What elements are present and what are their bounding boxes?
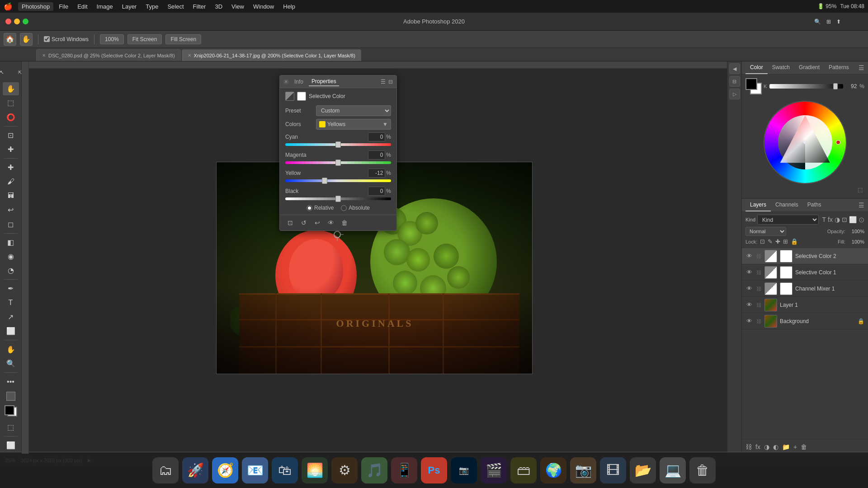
tab-layers[interactable]: Layers [745,199,771,211]
blur-tool[interactable]: ◉ [3,250,19,263]
layer-visibility-icon-4[interactable]: 👁 [745,301,753,308]
dock-trash[interactable]: 🗑 [689,457,716,483]
filter-fx-icon[interactable]: fx [828,216,833,223]
lock-image-icon[interactable]: ✎ [768,238,773,245]
layers-panel-menu[interactable]: ☰ [859,199,864,211]
panel-close-button[interactable]: ✕ [283,79,289,84]
hand-tool[interactable]: ✋ [3,343,19,356]
tab-patterns[interactable]: Patterns [824,61,854,74]
brush-tool[interactable]: 🖌 [3,175,19,188]
info-tab[interactable]: Info [292,78,306,86]
more-tools[interactable]: ••• [3,375,19,388]
foreground-background-swatch[interactable] [745,78,762,94]
lock-transparent-icon[interactable]: ⊡ [760,238,765,245]
delete-layer-footer-icon[interactable]: 🗑 [801,443,807,450]
marquee-tool[interactable]: ⬚ [3,96,19,109]
magenta-value-input[interactable] [368,150,385,160]
cyan-slider-track[interactable] [285,143,391,146]
menu-layer[interactable]: Layer [118,2,141,11]
layer-item-channel-mixer[interactable]: 👁 ⛓ Channel Mixer 1 [742,281,868,297]
filter-toggle-icon[interactable]: ⊙ [859,216,864,224]
tab-gradient[interactable]: Gradient [794,61,824,74]
cyan-slider-thumb[interactable] [335,141,341,148]
screen-mode[interactable]: ⬜ [3,439,19,452]
home-icon[interactable]: 🏠 [4,33,16,46]
previous-state-icon[interactable]: ↺ [299,218,309,228]
foreground-swatch[interactable] [745,78,757,90]
reset-icon[interactable]: ↩ [312,218,322,228]
layer-item-selective-color-2[interactable]: 👁 ⛓ Selective Color 2 [742,248,868,264]
k-slider-track[interactable] [769,84,843,89]
dock-imovie[interactable]: 🎞 [600,457,626,483]
tab-close-1[interactable]: ✕ [42,53,46,58]
yellow-slider-track[interactable] [285,179,391,182]
expand-color-panel-icon[interactable]: ⬚ [858,187,863,193]
collapse-right-icon[interactable]: ▷ [729,89,740,99]
type-tool[interactable]: T [3,296,19,310]
panel-menu-button[interactable]: ☰ [381,79,386,85]
stamp-tool[interactable]: 🖬 [3,189,19,202]
yellow-slider-thumb[interactable] [322,178,327,184]
preset-select[interactable]: Custom [316,105,391,116]
crop-tool[interactable]: ⊡ [3,129,19,142]
path-tool[interactable]: ↗ [3,310,19,324]
healing-tool[interactable]: ✚ [3,161,19,174]
filter-adjust-icon[interactable]: ◑ [835,216,840,223]
menu-view[interactable]: View [228,2,248,11]
black-slider-track[interactable] [285,197,391,200]
lock-artboard-icon[interactable]: ⊞ [783,238,788,245]
lock-all-icon[interactable]: 🔒 [791,238,798,245]
relative-radio-label[interactable]: Relative [307,205,334,211]
color-panel-menu[interactable]: ☰ [859,64,864,71]
history-brush[interactable]: ↩ [3,203,19,216]
dock-nikon[interactable]: 📷 [570,457,596,483]
dock-photos[interactable]: 🌅 [302,457,328,483]
scroll-all-windows-checkbox[interactable]: Scroll Windows [44,36,89,42]
tab-channels[interactable]: Channels [771,199,803,211]
tab-paths[interactable]: Paths [803,199,826,211]
dock-finder-3[interactable]: 💻 [660,457,686,483]
eraser-tool[interactable]: ◻ [3,217,19,230]
add-style-icon[interactable]: fx [755,443,760,450]
share-icon[interactable]: ⬆ [836,19,841,25]
move-tool-icon[interactable]: ✋ [20,33,33,46]
arrows-icon[interactable] [6,392,15,401]
k-slider-thumb[interactable] [833,83,838,89]
fill-screen-button[interactable]: Fill Screen [165,34,201,44]
tab-close-2[interactable]: ✕ [188,53,191,58]
arrow-icon[interactable]: ↖ [0,65,10,80]
lock-move-icon[interactable]: ✚ [775,238,780,245]
arrange-icon[interactable]: ⊞ [826,19,831,25]
color-wheel[interactable] [764,102,846,183]
fit-screen-button[interactable]: Fit Screen [127,34,162,44]
maximize-button[interactable] [23,19,28,24]
layer-item-layer-1[interactable]: 👁 ⛓ Layer 1 [742,297,868,313]
menu-window[interactable]: Window [250,2,278,11]
menu-filter[interactable]: Filter [189,2,210,11]
layer-item-selective-color-1[interactable]: 👁 ⛓ Selective Color 1 [742,264,868,281]
dock-fcpx[interactable]: 🎬 [481,457,507,483]
magenta-slider-track[interactable] [285,161,391,164]
dock-mail[interactable]: 📧 [242,457,268,483]
menu-edit[interactable]: Edit [74,2,91,11]
panel-options-icon[interactable]: ⊟ [729,76,740,87]
black-slider-thumb[interactable] [335,196,341,202]
add-mask-icon[interactable]: ◑ [764,443,769,450]
menu-3d[interactable]: 3D [211,2,226,11]
layer-item-background[interactable]: 👁 ⛓ Background 🔒 [742,313,868,329]
delete-layer-icon[interactable]: 🗑 [340,218,349,228]
menu-file[interactable]: File [55,2,72,11]
tab-swatch[interactable]: Swatch [768,61,794,74]
document-tab-2[interactable]: ✕ Xnip2020-06-21_14-38-17.jpg @ 200% (Se… [182,49,361,61]
dock-finder-2[interactable]: 🗃 [510,457,537,483]
dock-ps-icon[interactable]: Ps [421,457,447,483]
gradient-tool[interactable]: ◧ [3,236,19,249]
document-tab-1[interactable]: ✕ DSC_0280.psd @ 25% (Selective Color 2,… [36,49,181,61]
dock-finder[interactable]: 🗂 [152,457,179,483]
mask-mode[interactable]: ⬚ [3,420,19,433]
yellow-value-input[interactable] [368,169,385,178]
collapse-left-icon[interactable]: ◀ [729,63,740,74]
pen-tool[interactable]: ✒ [3,282,19,295]
new-group-icon[interactable]: 📁 [782,443,790,450]
dock-safari[interactable]: 🧭 [212,457,238,483]
